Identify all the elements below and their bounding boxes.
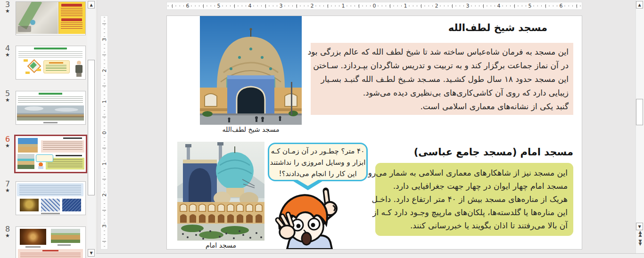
paragraph-line: مسجد امام چهار ایوان در چهار جهت جغرافیا… — [381, 179, 568, 193]
thumb-dome-interior-photo — [20, 199, 39, 211]
imam-mosque-photo[interactable] — [177, 142, 264, 241]
thumb-caption-line — [25, 246, 41, 248]
thumb-tile-photo — [62, 199, 81, 211]
thumb-mosque-photo — [18, 138, 38, 153]
thumb-title-line — [34, 48, 67, 49]
ruler-label: 2 — [101, 194, 108, 197]
slide-5-thumbnail[interactable] — [16, 91, 86, 125]
thumb-note-header — [61, 18, 82, 21]
thumb-character-body — [75, 65, 83, 73]
slide-4-thumbnail[interactable] — [16, 46, 86, 80]
triangle-up-icon: ▲ — [638, 3, 641, 7]
thumb-tag — [25, 72, 30, 74]
animation-star-icon: ★ — [4, 97, 11, 103]
horizontal-ruler: 6 5 4 3 2 1 0 1 2 3 4 5 6 — [166, 2, 582, 10]
slide-canvas[interactable]: مسجد شیخ لطف‌الله مسجد شیخ لطف‌الله این … — [166, 16, 582, 250]
main-scroll-up-button[interactable]: ▲ — [636, 1, 643, 8]
bubble-line: ۴۰ متر؟ چطـور در آن زمـان کـه — [269, 145, 366, 157]
ruler-label: 4 — [248, 2, 253, 9]
thumb-ceiling-photo — [20, 229, 46, 245]
double-up-icon: ▲ — [637, 234, 644, 237]
thumb-title-line — [39, 93, 62, 95]
thumb-callout-lines — [46, 65, 66, 71]
triangle-up-icon: ▲ — [90, 3, 92, 7]
sheikh-lotfollah-mosque-photo[interactable] — [200, 16, 302, 125]
ruler-label: 1 — [341, 2, 346, 9]
thumb-pink-block — [18, 249, 83, 258]
slide-6-thumbnail-selected[interactable] — [14, 135, 87, 173]
thumb-note-lines — [61, 8, 83, 16]
thumb-aerial-photo — [16, 2, 58, 34]
slide-7-thumbnail[interactable] — [16, 181, 86, 215]
thumbnail-scrollbar-thumb[interactable] — [88, 60, 95, 195]
double-down-icon: ▼ — [637, 243, 644, 246]
thumb-mosque-photo — [17, 154, 34, 169]
thumb-pink-block — [41, 140, 84, 153]
thumb-blue-text-block — [17, 183, 83, 196]
thumb-cloud — [55, 108, 78, 112]
ruler-label: 1 — [101, 100, 108, 104]
paragraph-line: این مناره‌ها یا گلدسته‌ها، پلکان‌های مار… — [381, 206, 568, 219]
thumbnail-scroll-up-button[interactable]: ▲ — [88, 1, 95, 8]
thumb-panorama-photo — [17, 105, 84, 121]
ruler-label: 6 — [185, 2, 190, 9]
thumb-title-line — [56, 155, 82, 156]
slide-3-thumbnail[interactable] — [16, 1, 86, 35]
thumb-yellow-note — [58, 2, 85, 34]
thumb-dome-dot — [30, 20, 35, 25]
bubble-line: ابزار و وسایل امروزی را نداشتند — [269, 157, 366, 168]
animation-star-icon: ★ — [4, 233, 11, 239]
slide-8-thumbnail[interactable] — [16, 226, 86, 258]
ruler-label: 2 — [101, 69, 108, 73]
paragraph-line: زیبایی دارد که روی آن کاشی‌کاری‌های بی‌ن… — [315, 86, 569, 100]
thumb-title-line — [42, 250, 58, 251]
thumb-callout-box — [43, 60, 70, 73]
thumb-caption-line — [41, 213, 60, 214]
thumb-palace-photo — [51, 229, 80, 243]
ruler-label: 3 — [279, 2, 284, 9]
presentation-editor-window: 3 ★ 4 ★ — [0, 0, 644, 258]
thumb-tile-pattern — [41, 199, 60, 211]
speech-bubble[interactable]: ۴۰ متر؟ چطـور در آن زمـان کـه ابزار و وس… — [268, 143, 368, 181]
thumb-speech-bubble — [36, 154, 53, 162]
thumb-text-lines — [18, 51, 83, 58]
thumb-tile-photo — [41, 199, 60, 211]
thumb-note-header — [61, 4, 82, 7]
thumb-caption-line — [58, 244, 71, 246]
triangle-down-icon: ▼ — [638, 225, 641, 229]
ruler-label: 6 — [559, 2, 564, 9]
section2-title[interactable]: مسجد امام (مسجد جامع عباسی) — [414, 146, 573, 158]
paragraph-line: این مسجد حدود ۱۸ سال طول کشـید. مسـجد شـ… — [315, 73, 569, 86]
photo2-caption[interactable]: مسجد امام — [177, 242, 264, 249]
triangle-down-icon: ▼ — [90, 251, 92, 255]
ruler-label: 2 — [310, 2, 315, 9]
thumb-caption-line — [43, 122, 58, 123]
thumb-text-lines — [20, 253, 81, 258]
photo1-caption[interactable]: مسجد شیخ لطف‌الله — [200, 126, 302, 133]
ruler-label: 4 — [496, 2, 502, 9]
surprised-boy-cartoon[interactable] — [273, 183, 360, 249]
section2-paragraph[interactable]: این مسجد نیز از شاهکارهای معماری اسلامی … — [375, 163, 573, 236]
ruler-label: 1 — [101, 162, 108, 166]
main-scroll-down-button[interactable]: ▼ — [636, 223, 643, 230]
main-scrollbar-thumb[interactable] — [636, 99, 643, 125]
thumb-title-line — [63, 137, 82, 139]
thumb-text-lines — [18, 97, 83, 104]
section1-title[interactable]: مسجد شیخ لطف‌الله — [448, 22, 547, 33]
thumb-shadow-patch — [18, 26, 31, 32]
ruler-label: 3 — [465, 2, 471, 9]
thumb-callout-title — [49, 62, 63, 64]
vertical-ruler: 3 2 1 0 1 2 3 — [100, 16, 108, 250]
thumb-cloud — [25, 106, 43, 111]
previous-slide-button[interactable]: ▲ ▲ — [637, 231, 644, 238]
animation-star-icon: ★ — [4, 187, 11, 194]
paragraph-line: این مسجد به فرمان شاه‌عباس ساخته شد تا ش… — [315, 45, 569, 59]
thumb-character-legs — [76, 73, 82, 77]
next-slide-button[interactable]: ▼ ▼ — [637, 240, 644, 247]
animation-star-icon: ★ — [4, 52, 11, 58]
main-scrollbar-track[interactable] — [636, 0, 644, 253]
thumb-text-lines — [19, 185, 81, 195]
thumbnail-scroll-down-button[interactable]: ▼ — [88, 249, 95, 257]
section1-paragraph[interactable]: این مسجد به فرمان شاه‌عباس ساخته شد تا ش… — [311, 43, 573, 115]
paragraph-line: هریک از مناره‌های مسجد بیش از ۴۰ متر ارت… — [381, 193, 568, 206]
